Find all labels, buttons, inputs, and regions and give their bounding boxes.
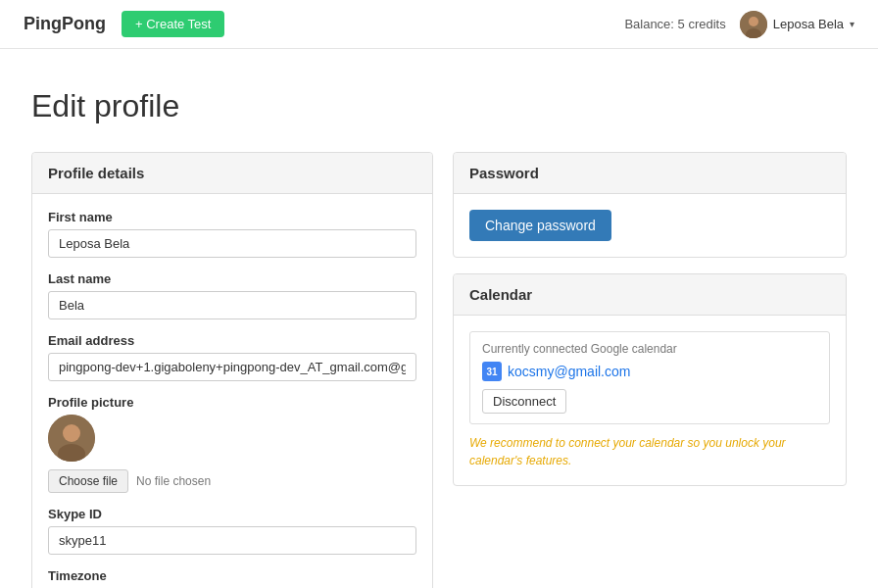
profile-details-heading: Profile details xyxy=(32,153,432,194)
first-name-label: First name xyxy=(48,210,416,224)
last-name-label: Last name xyxy=(48,271,416,286)
svg-point-1 xyxy=(749,17,758,26)
last-name-input[interactable] xyxy=(48,291,416,319)
profile-picture-preview xyxy=(48,415,95,462)
skype-label: Skype ID xyxy=(48,507,416,521)
user-menu[interactable]: Leposa Bela ▾ xyxy=(740,11,854,38)
calendar-connected-label: Currently connected Google calendar xyxy=(482,342,817,356)
timezone-label: Timezone xyxy=(48,568,416,583)
balance-text: Balance: 5 credits xyxy=(624,17,725,31)
change-password-button[interactable]: Change password xyxy=(469,210,611,241)
first-name-group: First name xyxy=(48,210,416,258)
first-name-input[interactable] xyxy=(48,229,416,258)
profile-picture-label: Profile picture xyxy=(48,395,416,410)
two-column-layout: Profile details First name Last name Ema… xyxy=(31,152,847,588)
calendar-body: Currently connected Google calendar 31 k… xyxy=(454,316,846,485)
choose-file-button[interactable]: Choose file xyxy=(48,469,128,493)
svg-point-4 xyxy=(63,424,80,442)
calendar-card: Calendar Currently connected Google cale… xyxy=(453,273,847,486)
email-label: Email address xyxy=(48,333,416,348)
calendar-recommend-text: We recommend to connect your calendar so… xyxy=(469,434,830,469)
avatar xyxy=(740,11,767,38)
page-title: Edit profile xyxy=(31,88,847,124)
calendar-email-text: kocsmy@gmail.com xyxy=(508,364,630,379)
user-name-label: Leposa Bela xyxy=(773,17,844,31)
calendar-email-row: 31 kocsmy@gmail.com xyxy=(482,362,817,381)
dropdown-caret-icon: ▾ xyxy=(850,19,854,29)
profile-details-card: Profile details First name Last name Ema… xyxy=(31,152,433,588)
password-heading: Password xyxy=(454,153,846,194)
google-calendar-icon: 31 xyxy=(482,362,502,381)
navbar-left: PingPong + Create Test xyxy=(24,11,224,37)
create-test-button[interactable]: + Create Test xyxy=(122,11,224,37)
password-body: Change password xyxy=(454,194,846,257)
navbar: PingPong + Create Test Balance: 5 credit… xyxy=(0,0,878,49)
calendar-heading: Calendar xyxy=(454,274,846,316)
email-group: Email address xyxy=(48,333,416,381)
email-input[interactable] xyxy=(48,353,416,381)
page-content: Edit profile Profile details First name … xyxy=(0,49,878,588)
profile-picture-group: Profile picture Choose file No file xyxy=(48,395,416,493)
skype-group: Skype ID xyxy=(48,507,416,555)
brand-logo: PingPong xyxy=(24,14,106,34)
no-file-label: No file chosen xyxy=(136,474,211,488)
last-name-group: Last name xyxy=(48,271,416,319)
disconnect-button[interactable]: Disconnect xyxy=(482,389,566,414)
navbar-right: Balance: 5 credits Leposa Bela ▾ xyxy=(624,11,854,38)
profile-pic-wrap xyxy=(48,415,416,462)
right-column: Password Change password Calendar Curren… xyxy=(453,152,847,486)
password-card: Password Change password xyxy=(453,152,847,258)
timezone-group: Timezone Europe/London America/New_York … xyxy=(48,568,416,588)
file-input-wrap: Choose file No file chosen xyxy=(48,469,416,493)
calendar-info-box: Currently connected Google calendar 31 k… xyxy=(469,331,830,424)
skype-input[interactable] xyxy=(48,526,416,555)
profile-details-body: First name Last name Email address Profi… xyxy=(32,194,432,588)
